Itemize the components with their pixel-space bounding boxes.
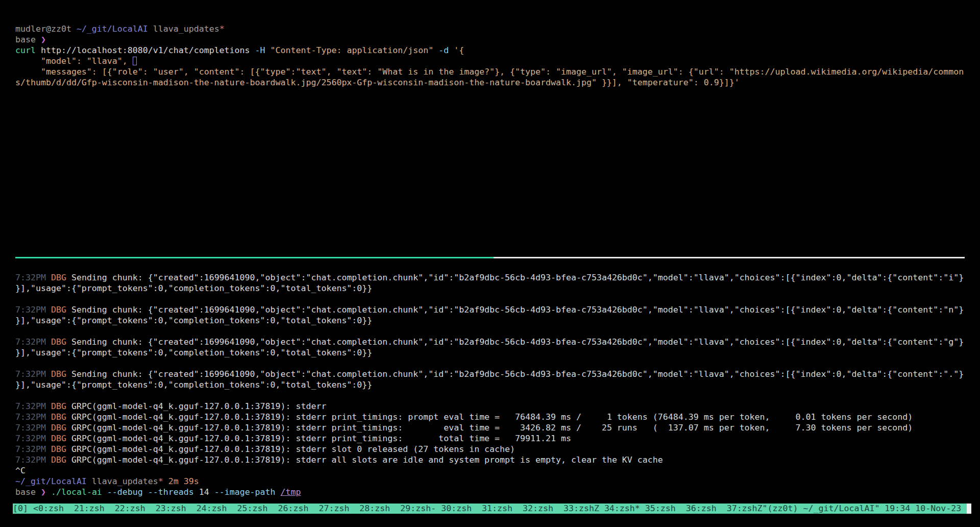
terminal-line: 7:32PM DBG GRPC(ggml-model-q4_k.gguf-127… xyxy=(15,433,965,444)
terminal-line xyxy=(15,390,965,401)
terminal-line: ~/_git/LocalAI llava_updates* 2m 39s xyxy=(15,476,965,487)
status-window-list[interactable]: <0:zsh 21:zsh 22:zsh 23:zsh 24:zsh 25:zs… xyxy=(33,504,763,513)
terminal-line: "messages": [{"role": "user", "content":… xyxy=(15,66,965,77)
terminal-line: ^C xyxy=(15,465,965,476)
terminal-line: }],"usage":{"prompt_tokens":0,"completio… xyxy=(15,347,965,358)
text-cursor xyxy=(133,57,137,65)
terminal-pane-top[interactable]: mudler@zz0t ~/_git/LocalAI llava_updates… xyxy=(15,0,965,257)
terminal-line: 7:32PM DBG GRPC(ggml-model-q4_k.gguf-127… xyxy=(15,444,965,454)
terminal-line xyxy=(15,294,965,304)
pane-divider-active-segment xyxy=(15,257,494,258)
terminal-line: mudler@zz0t ~/_git/LocalAI llava_updates… xyxy=(15,23,965,34)
terminal-line xyxy=(15,326,965,337)
terminal-line: }],"usage":{"prompt_tokens":0,"completio… xyxy=(15,379,965,390)
terminal-line: 7:32PM DBG GRPC(ggml-model-q4_k.gguf-127… xyxy=(15,412,965,422)
terminal-line xyxy=(15,358,965,369)
terminal-line: 7:32PM DBG Sending chunk: {"created":169… xyxy=(15,272,965,283)
terminal-line: 7:32PM DBG Sending chunk: {"created":169… xyxy=(15,369,965,379)
terminal-line: base ❯ xyxy=(15,34,965,45)
terminal-pane-bottom[interactable]: 7:32PM DBG Sending chunk: {"created":169… xyxy=(15,258,965,497)
terminal-line: 7:32PM DBG Sending chunk: {"created":169… xyxy=(15,337,965,347)
pane-divider-inactive-segment xyxy=(494,257,965,258)
terminal-line: s/thumb/d/dd/Gfp-wisconsin-madison-the-n… xyxy=(15,77,965,88)
terminal-screen: mudler@zz0t ~/_git/LocalAI llava_updates… xyxy=(0,0,980,527)
terminal-line: }],"usage":{"prompt_tokens":0,"completio… xyxy=(15,315,965,326)
terminal-line: 7:32PM DBG GRPC(ggml-model-q4_k.gguf-127… xyxy=(15,422,965,433)
status-session-label: [0] xyxy=(13,504,33,513)
terminal-line: base ❯ ./local-ai --debug --threads 14 -… xyxy=(15,487,965,497)
terminal-line: 7:32PM DBG Sending chunk: {"created":169… xyxy=(15,304,965,315)
status-right-info: "(zz0t) ~/_git/LocalAI" 19:34 10-Nov-23 xyxy=(763,504,962,513)
terminal-line: "model": "llava", xyxy=(15,56,965,66)
status-bar-cap xyxy=(967,504,971,514)
tmux-status-bar[interactable]: [0] <0:zsh 21:zsh 22:zsh 23:zsh 24:zsh 2… xyxy=(13,504,971,514)
terminal-line: 7:32PM DBG GRPC(ggml-model-q4_k.gguf-127… xyxy=(15,454,965,465)
terminal-line: 7:32PM DBG GRPC(ggml-model-q4_k.gguf-127… xyxy=(15,401,965,412)
tmux-pane-divider[interactable] xyxy=(15,257,965,258)
terminal-line: curl http://localhost:8080/v1/chat/compl… xyxy=(15,45,965,56)
terminal-line: }],"usage":{"prompt_tokens":0,"completio… xyxy=(15,283,965,294)
